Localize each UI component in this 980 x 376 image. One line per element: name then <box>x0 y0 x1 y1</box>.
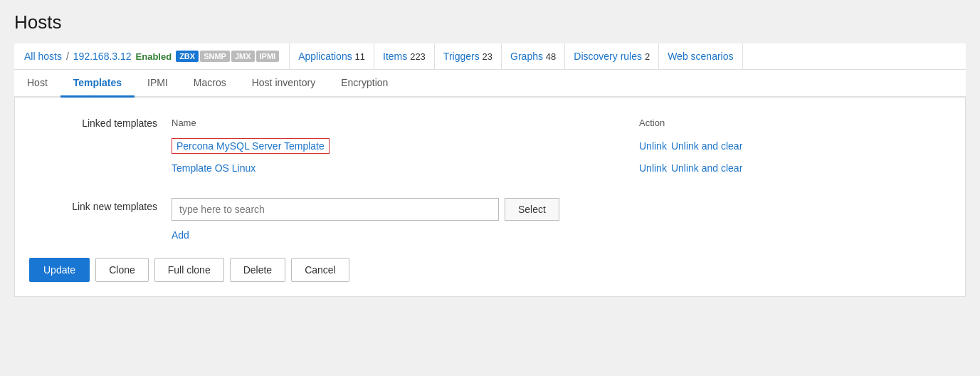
nav-link-discovery-rules[interactable]: Discovery rules 2 <box>565 43 659 69</box>
templates-table: Name Action Percona MySQL Server Templat… <box>172 115 951 178</box>
unlink-clear-link[interactable]: Unlink and clear <box>671 140 742 152</box>
badges-row: ZBX SNMP JMX IPMI <box>176 51 279 62</box>
full-clone-button[interactable]: Full clone <box>154 258 224 282</box>
add-link[interactable]: Add <box>172 229 189 241</box>
template-name-link[interactable]: Percona MySQL Server Template <box>172 138 330 154</box>
nav-link-web-scenarios[interactable]: Web scenarios <box>659 43 742 69</box>
cancel-button[interactable]: Cancel <box>291 258 349 282</box>
host-status: Enabled <box>136 51 172 62</box>
badge-ipmi: IPMI <box>256 51 280 62</box>
link-new-label: Link new templates <box>29 198 157 241</box>
breadcrumb-bar: All hosts / 192.168.3.12 Enabled ZBX SNM… <box>14 43 966 70</box>
search-row: Select <box>172 198 951 221</box>
tab-ipmi[interactable]: IPMI <box>135 70 181 98</box>
buttons-row: Update Clone Full clone Delete Cancel <box>29 258 951 282</box>
unlink-link[interactable]: Unlink <box>639 162 667 174</box>
link-new-section: Link new templates Select Add <box>29 198 951 241</box>
linked-templates-content: Name Action Percona MySQL Server Templat… <box>172 115 951 181</box>
delete-button[interactable]: Delete <box>230 258 285 282</box>
tabs-bar: HostTemplatesIPMIMacrosHost inventoryEnc… <box>14 70 966 98</box>
page-wrapper: Hosts All hosts / 192.168.3.12 Enabled Z… <box>0 0 980 376</box>
nav-link-graphs[interactable]: Graphs 48 <box>502 43 565 69</box>
table-row: Percona MySQL Server TemplateUnlinkUnlin… <box>172 134 951 158</box>
tab-templates[interactable]: Templates <box>60 70 135 98</box>
unlink-link[interactable]: Unlink <box>639 140 667 152</box>
nav-links: Applications 11Items 223Triggers 23Graph… <box>290 43 742 69</box>
tab-macros[interactable]: Macros <box>181 70 239 98</box>
allhosts-link[interactable]: All hosts <box>24 51 62 62</box>
content-area: Linked templates Name Action Percona MyS… <box>14 98 966 297</box>
page-title: Hosts <box>14 11 966 33</box>
nav-link-triggers[interactable]: Triggers 23 <box>435 43 502 69</box>
update-button[interactable]: Update <box>29 258 90 282</box>
badge-zbx: ZBX <box>176 51 199 62</box>
col-name-header: Name <box>172 115 639 134</box>
search-input[interactable] <box>172 198 499 221</box>
unlink-clear-link[interactable]: Unlink and clear <box>671 162 742 174</box>
host-ip-link[interactable]: 192.168.3.12 <box>73 51 132 62</box>
linked-templates-label: Linked templates <box>29 115 157 181</box>
tab-host[interactable]: Host <box>14 70 60 98</box>
template-name-link[interactable]: Template OS Linux <box>172 162 255 174</box>
link-new-content: Select Add <box>172 198 951 241</box>
linked-templates-section: Linked templates Name Action Percona MyS… <box>29 115 951 181</box>
breadcrumb-separator: / <box>66 51 69 62</box>
clone-button[interactable]: Clone <box>95 258 149 282</box>
nav-link-applications[interactable]: Applications 11 <box>290 43 374 69</box>
nav-link-items[interactable]: Items 223 <box>374 43 435 69</box>
breadcrumb-section: All hosts / 192.168.3.12 Enabled ZBX SNM… <box>14 43 290 69</box>
badge-snmp: SNMP <box>200 51 230 62</box>
tab-host-inventory[interactable]: Host inventory <box>239 70 328 98</box>
badge-jmx: JMX <box>231 51 255 62</box>
table-row: Template OS LinuxUnlinkUnlink and clear <box>172 158 951 178</box>
col-action-header: Action <box>639 115 951 134</box>
tab-encryption[interactable]: Encryption <box>328 70 401 98</box>
select-button[interactable]: Select <box>505 198 559 221</box>
